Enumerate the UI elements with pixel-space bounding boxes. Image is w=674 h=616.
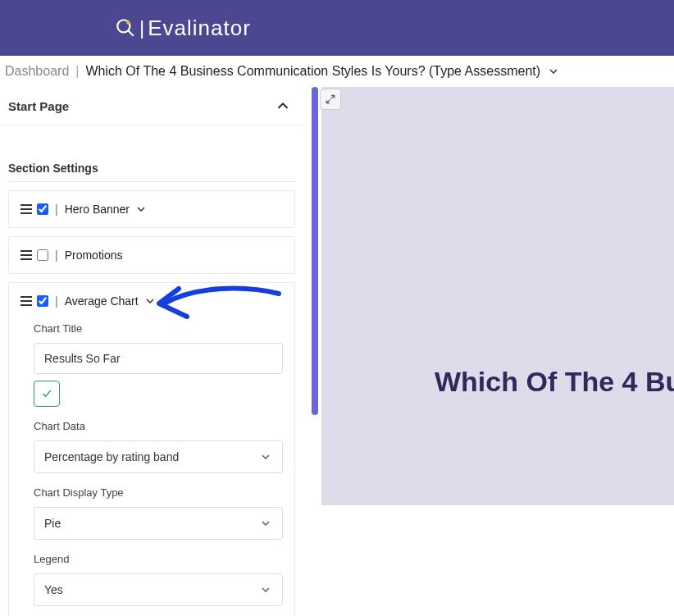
search-icon — [115, 17, 136, 39]
check-icon — [40, 387, 53, 400]
chevron-up-icon — [274, 97, 292, 115]
chart-title-label: Chart Title — [34, 322, 283, 335]
svg-line-1 — [128, 30, 134, 36]
section-card-hero-banner: | Hero Banner — [8, 190, 295, 228]
preview-heading: Which Of The 4 Bu — [435, 366, 674, 398]
chart-title-input[interactable] — [34, 343, 283, 374]
breadcrumb-title[interactable]: Which Of The 4 Business Communication St… — [85, 64, 540, 79]
divider: | — [139, 16, 144, 39]
chart-display-select[interactable]: Pie — [34, 507, 283, 540]
chevron-down-icon[interactable] — [143, 294, 157, 308]
legend-select[interactable]: Yes — [34, 573, 283, 606]
preview-canvas — [321, 87, 674, 505]
chevron-down-icon[interactable] — [547, 65, 560, 78]
breadcrumb: Dashboard | Which Of The 4 Business Comm… — [0, 56, 674, 87]
drag-handle-icon[interactable] — [20, 296, 32, 306]
settings-panel: Start Page Section Settings | Hero Banne… — [0, 87, 303, 614]
chevron-down-icon — [259, 517, 272, 530]
chart-data-value: Percentage by rating band — [44, 450, 179, 463]
section-settings-label: Section Settings — [8, 125, 295, 182]
chevron-down-icon[interactable] — [134, 203, 148, 216]
accordion-title: Start Page — [8, 99, 69, 113]
chart-display-label: Chart Display Type — [34, 486, 283, 499]
preview-panel: Which Of The 4 Bu — [303, 87, 674, 614]
section-label-promotions: Promotions — [65, 249, 123, 262]
expand-icon — [325, 94, 336, 105]
toggle-hero-banner[interactable] — [37, 203, 48, 215]
accordion-start-page[interactable]: Start Page — [0, 87, 303, 125]
svg-point-2 — [126, 21, 130, 24]
legend-value: Yes — [44, 583, 63, 596]
brand-logo[interactable]: | Evalinator — [115, 16, 251, 41]
section-card-promotions: | Promotions — [8, 236, 295, 274]
section-label-hero: Hero Banner — [65, 203, 130, 216]
app-header: | Evalinator — [0, 0, 674, 56]
breadcrumb-dashboard[interactable]: Dashboard — [5, 64, 69, 79]
section-card-average-chart: | Average Chart Chart Title Chart Data — [8, 282, 295, 616]
chart-data-select[interactable]: Percentage by rating band — [34, 440, 283, 473]
section-label-average-chart: Average Chart — [65, 294, 139, 308]
drag-handle-icon[interactable] — [20, 204, 32, 214]
drag-handle-icon[interactable] — [20, 250, 32, 260]
chevron-down-icon — [259, 450, 272, 463]
chevron-down-icon — [259, 583, 272, 596]
chart-display-value: Pie — [44, 517, 61, 530]
scrollbar[interactable] — [312, 87, 318, 415]
expand-preview-button[interactable] — [320, 89, 341, 110]
toggle-average-chart[interactable] — [37, 295, 48, 307]
toggle-promotions[interactable] — [37, 249, 48, 261]
chart-data-label: Chart Data — [34, 420, 283, 432]
brand-name: Evalinator — [148, 16, 251, 41]
save-chart-title-button[interactable] — [34, 381, 60, 407]
legend-label: Legend — [34, 553, 283, 565]
preview-lower — [321, 505, 674, 614]
breadcrumb-separator: | — [75, 64, 79, 79]
